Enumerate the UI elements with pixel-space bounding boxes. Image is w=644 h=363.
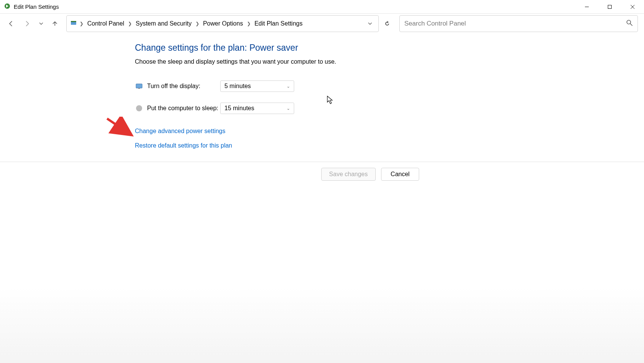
forward-button[interactable] xyxy=(20,16,35,31)
breadcrumb-item-power-options[interactable]: Power Options xyxy=(202,19,245,28)
chevron-right-icon: ❯ xyxy=(127,21,133,26)
up-button[interactable] xyxy=(47,16,62,31)
content-area: Change settings for the plan: Power save… xyxy=(0,34,644,149)
titlebar-left: Edit Plan Settings xyxy=(4,3,59,11)
breadcrumb: ❯ Control Panel ❯ System and Security ❯ … xyxy=(79,19,363,28)
advanced-settings-link[interactable]: Change advanced power settings xyxy=(135,128,644,135)
chevron-right-icon: ❯ xyxy=(246,21,252,26)
navbar: ❯ Control Panel ❯ System and Security ❯ … xyxy=(0,14,644,34)
setting-sleep: Put the computer to sleep: 15 minutes ⌄ xyxy=(135,103,644,114)
control-panel-icon-small xyxy=(70,19,77,28)
address-dropdown-button[interactable] xyxy=(365,21,375,26)
search-input[interactable] xyxy=(404,20,626,27)
close-button[interactable] xyxy=(621,0,644,14)
search-icon xyxy=(626,19,633,28)
minimize-button[interactable] xyxy=(575,0,598,14)
display-off-value: 5 minutes xyxy=(224,83,251,90)
display-off-dropdown[interactable]: 5 minutes ⌄ xyxy=(220,80,294,92)
setting-display-off: Turn off the display: 5 minutes ⌄ xyxy=(135,80,644,92)
breadcrumb-item-control-panel[interactable]: Control Panel xyxy=(86,19,126,28)
footer-buttons: Save changes Cancel xyxy=(0,168,644,181)
sleep-dropdown[interactable]: 15 minutes ⌄ xyxy=(220,103,294,114)
chevron-right-icon: ❯ xyxy=(79,21,84,26)
window-controls xyxy=(575,0,644,13)
recent-locations-button[interactable] xyxy=(37,16,46,31)
titlebar: Edit Plan Settings xyxy=(0,0,644,14)
svg-rect-9 xyxy=(136,84,142,88)
svg-rect-6 xyxy=(71,21,76,22)
search-box[interactable] xyxy=(399,15,638,32)
breadcrumb-item-system-security[interactable]: System and Security xyxy=(134,19,193,28)
svg-point-11 xyxy=(136,105,142,111)
bottom-gradient xyxy=(0,287,644,363)
page-title: Change settings for the plan: Power save… xyxy=(135,43,644,53)
address-bar[interactable]: ❯ Control Panel ❯ System and Security ❯ … xyxy=(66,15,379,32)
window-title: Edit Plan Settings xyxy=(14,3,59,10)
svg-rect-2 xyxy=(608,5,612,9)
chevron-down-icon: ⌄ xyxy=(287,84,290,89)
svg-line-8 xyxy=(630,24,632,26)
chevron-right-icon: ❯ xyxy=(195,21,200,26)
moon-icon xyxy=(135,104,143,112)
sleep-value: 15 minutes xyxy=(224,105,254,112)
cancel-button[interactable]: Cancel xyxy=(381,168,419,181)
back-button[interactable] xyxy=(3,16,18,31)
save-button[interactable]: Save changes xyxy=(321,168,376,181)
links-section: Change advanced power settings Restore d… xyxy=(135,128,644,149)
maximize-button[interactable] xyxy=(598,0,621,14)
display-icon xyxy=(135,82,143,90)
divider xyxy=(0,162,644,162)
refresh-button[interactable] xyxy=(380,17,394,31)
app-icon xyxy=(4,3,11,11)
display-off-label: Turn off the display: xyxy=(147,83,220,90)
chevron-down-icon: ⌄ xyxy=(287,106,290,111)
sleep-label: Put the computer to sleep: xyxy=(147,105,220,112)
svg-rect-10 xyxy=(138,88,140,89)
restore-defaults-link[interactable]: Restore default settings for this plan xyxy=(135,142,644,149)
breadcrumb-item-edit-plan[interactable]: Edit Plan Settings xyxy=(253,19,304,28)
page-description: Choose the sleep and display settings th… xyxy=(135,58,644,65)
